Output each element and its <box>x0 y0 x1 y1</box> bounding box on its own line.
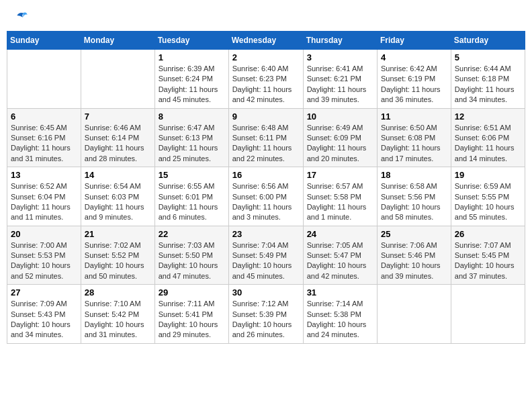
day-info: Sunrise: 6:42 AMSunset: 6:19 PMDaylight:… <box>381 64 447 105</box>
day-number: 14 <box>85 170 151 180</box>
day-info: Sunrise: 6:52 AMSunset: 6:04 PMDaylight:… <box>11 181 77 223</box>
calendar-cell: 2Sunrise: 6:40 AMSunset: 6:23 PMDaylight… <box>228 50 303 109</box>
day-number: 18 <box>381 170 447 180</box>
calendar-cell: 31Sunrise: 7:14 AMSunset: 5:38 PMDayligh… <box>303 285 377 344</box>
day-info: Sunrise: 6:51 AMSunset: 6:06 PMDaylight:… <box>455 123 521 165</box>
day-info: Sunrise: 6:57 AMSunset: 5:58 PMDaylight:… <box>307 181 373 223</box>
calendar-cell: 18Sunrise: 6:58 AMSunset: 5:56 PMDayligh… <box>377 167 451 226</box>
day-info: Sunrise: 6:44 AMSunset: 6:18 PMDaylight:… <box>455 64 521 105</box>
calendar-cell: 22Sunrise: 7:03 AMSunset: 5:50 PMDayligh… <box>154 226 228 285</box>
day-info: Sunrise: 7:02 AMSunset: 5:52 PMDaylight:… <box>85 240 151 282</box>
day-info: Sunrise: 6:47 AMSunset: 6:13 PMDaylight:… <box>159 123 225 165</box>
calendar-cell: 13Sunrise: 6:52 AMSunset: 6:04 PMDayligh… <box>7 167 81 226</box>
day-number: 11 <box>381 111 447 122</box>
day-info: Sunrise: 6:49 AMSunset: 6:09 PMDaylight:… <box>307 123 373 165</box>
calendar-cell <box>377 285 451 344</box>
day-number: 23 <box>232 229 300 239</box>
calendar-cell: 28Sunrise: 7:10 AMSunset: 5:42 PMDayligh… <box>81 285 154 344</box>
calendar-cell: 3Sunrise: 6:41 AMSunset: 6:21 PMDaylight… <box>303 50 377 109</box>
calendar-cell: 23Sunrise: 7:04 AMSunset: 5:49 PMDayligh… <box>228 226 303 285</box>
day-info: Sunrise: 7:05 AMSunset: 5:47 PMDaylight:… <box>307 240 373 282</box>
day-number: 7 <box>85 111 151 122</box>
day-info: Sunrise: 7:09 AMSunset: 5:43 PMDaylight:… <box>11 299 77 340</box>
day-number: 29 <box>159 287 225 298</box>
calendar-cell: 24Sunrise: 7:05 AMSunset: 5:47 PMDayligh… <box>303 226 377 285</box>
weekday-header-wednesday: Wednesday <box>228 32 303 50</box>
day-number: 31 <box>307 287 373 298</box>
day-number: 1 <box>159 52 225 62</box>
weekday-header-friday: Friday <box>377 32 451 50</box>
calendar-cell: 17Sunrise: 6:57 AMSunset: 5:58 PMDayligh… <box>303 167 377 226</box>
calendar-cell: 8Sunrise: 6:47 AMSunset: 6:13 PMDaylight… <box>154 108 228 167</box>
day-number: 4 <box>381 52 447 62</box>
calendar-week-3: 13Sunrise: 6:52 AMSunset: 6:04 PMDayligh… <box>7 167 525 226</box>
calendar-cell: 6Sunrise: 6:45 AMSunset: 6:16 PMDaylight… <box>7 108 81 167</box>
calendar-cell: 25Sunrise: 7:06 AMSunset: 5:46 PMDayligh… <box>377 226 451 285</box>
day-info: Sunrise: 7:10 AMSunset: 5:42 PMDaylight:… <box>85 299 151 340</box>
calendar-cell <box>81 50 154 109</box>
day-number: 25 <box>381 229 447 239</box>
weekday-header-row: SundayMondayTuesdayWednesdayThursdayFrid… <box>7 32 525 50</box>
day-number: 15 <box>159 170 225 180</box>
day-info: Sunrise: 6:50 AMSunset: 6:08 PMDaylight:… <box>381 123 447 165</box>
logo-bird-icon <box>15 10 28 21</box>
day-number: 22 <box>159 229 225 239</box>
day-number: 28 <box>85 287 151 298</box>
day-info: Sunrise: 6:54 AMSunset: 6:03 PMDaylight:… <box>85 181 151 223</box>
day-info: Sunrise: 7:07 AMSunset: 5:45 PMDaylight:… <box>455 240 521 282</box>
day-number: 8 <box>159 111 225 122</box>
day-number: 16 <box>232 170 300 180</box>
calendar-week-5: 27Sunrise: 7:09 AMSunset: 5:43 PMDayligh… <box>7 285 525 344</box>
weekday-header-sunday: Sunday <box>7 32 81 50</box>
day-info: Sunrise: 6:40 AMSunset: 6:23 PMDaylight:… <box>232 64 300 105</box>
day-number: 20 <box>11 229 77 239</box>
day-number: 30 <box>232 287 300 298</box>
calendar-week-4: 20Sunrise: 7:00 AMSunset: 5:53 PMDayligh… <box>7 226 525 285</box>
day-number: 19 <box>455 170 521 180</box>
day-info: Sunrise: 7:06 AMSunset: 5:46 PMDaylight:… <box>381 240 447 282</box>
day-number: 10 <box>307 111 373 122</box>
day-number: 5 <box>455 52 521 62</box>
calendar-cell: 30Sunrise: 7:12 AMSunset: 5:39 PMDayligh… <box>228 285 303 344</box>
day-number: 3 <box>307 52 373 62</box>
logo <box>13 10 28 21</box>
day-number: 17 <box>307 170 373 180</box>
day-info: Sunrise: 7:04 AMSunset: 5:49 PMDaylight:… <box>232 240 300 282</box>
day-info: Sunrise: 6:59 AMSunset: 5:55 PMDaylight:… <box>455 181 521 223</box>
calendar-cell: 4Sunrise: 6:42 AMSunset: 6:19 PMDaylight… <box>377 50 451 109</box>
day-info: Sunrise: 7:12 AMSunset: 5:39 PMDaylight:… <box>232 299 300 340</box>
day-info: Sunrise: 6:55 AMSunset: 6:01 PMDaylight:… <box>159 181 225 223</box>
calendar-cell: 7Sunrise: 6:46 AMSunset: 6:14 PMDaylight… <box>81 108 154 167</box>
day-info: Sunrise: 7:14 AMSunset: 5:38 PMDaylight:… <box>307 299 373 340</box>
weekday-header-thursday: Thursday <box>303 32 377 50</box>
calendar-cell: 27Sunrise: 7:09 AMSunset: 5:43 PMDayligh… <box>7 285 81 344</box>
day-number: 21 <box>85 229 151 239</box>
weekday-header-monday: Monday <box>81 32 154 50</box>
calendar-cell: 15Sunrise: 6:55 AMSunset: 6:01 PMDayligh… <box>154 167 228 226</box>
calendar-week-1: 1Sunrise: 6:39 AMSunset: 6:24 PMDaylight… <box>7 50 525 109</box>
day-info: Sunrise: 6:45 AMSunset: 6:16 PMDaylight:… <box>11 123 77 165</box>
calendar-cell: 19Sunrise: 6:59 AMSunset: 5:55 PMDayligh… <box>451 167 525 226</box>
calendar-cell: 5Sunrise: 6:44 AMSunset: 6:18 PMDaylight… <box>451 50 525 109</box>
day-number: 6 <box>11 111 77 122</box>
day-info: Sunrise: 6:48 AMSunset: 6:11 PMDaylight:… <box>232 123 300 165</box>
day-number: 12 <box>455 111 521 122</box>
calendar-cell: 21Sunrise: 7:02 AMSunset: 5:52 PMDayligh… <box>81 226 154 285</box>
day-number: 13 <box>11 170 77 180</box>
day-info: Sunrise: 6:56 AMSunset: 6:00 PMDaylight:… <box>232 181 300 223</box>
day-number: 2 <box>232 52 300 62</box>
calendar-cell: 20Sunrise: 7:00 AMSunset: 5:53 PMDayligh… <box>7 226 81 285</box>
day-info: Sunrise: 7:11 AMSunset: 5:41 PMDaylight:… <box>159 299 225 340</box>
calendar-table: SundayMondayTuesdayWednesdayThursdayFrid… <box>7 31 525 344</box>
calendar-cell: 11Sunrise: 6:50 AMSunset: 6:08 PMDayligh… <box>377 108 451 167</box>
calendar-week-2: 6Sunrise: 6:45 AMSunset: 6:16 PMDaylight… <box>7 108 525 167</box>
calendar-cell: 10Sunrise: 6:49 AMSunset: 6:09 PMDayligh… <box>303 108 377 167</box>
day-number: 9 <box>232 111 300 122</box>
day-number: 27 <box>11 287 77 298</box>
calendar-cell <box>451 285 525 344</box>
calendar-cell: 12Sunrise: 6:51 AMSunset: 6:06 PMDayligh… <box>451 108 525 167</box>
calendar-cell: 1Sunrise: 6:39 AMSunset: 6:24 PMDaylight… <box>154 50 228 109</box>
calendar-cell: 26Sunrise: 7:07 AMSunset: 5:45 PMDayligh… <box>451 226 525 285</box>
header <box>7 7 525 24</box>
day-number: 26 <box>455 229 521 239</box>
